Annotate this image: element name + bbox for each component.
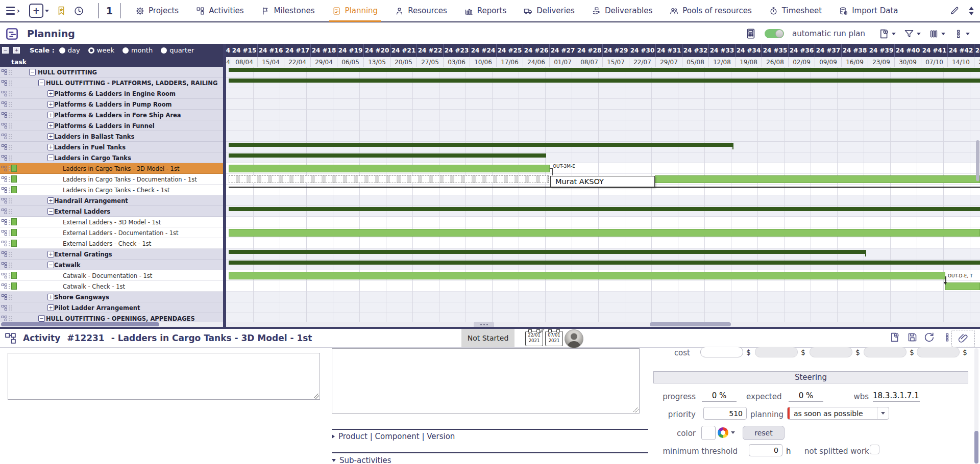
- resize-grip[interactable]: [314, 394, 319, 399]
- more-options-menu[interactable]: [953, 29, 970, 39]
- drag-handle-icon[interactable]: [9, 145, 10, 146]
- task-row[interactable]: +Platforms & Ladders in Pump Room: [0, 99, 223, 110]
- activity-bar[interactable]: [655, 175, 980, 183]
- task-row[interactable]: +Ladders in Fuel Tanks: [0, 142, 223, 152]
- expand-toggle[interactable]: +: [47, 90, 54, 97]
- task-row[interactable]: External Ladders - Documentation - 1st: [0, 227, 223, 238]
- task-row[interactable]: +Platforms & Ladders in Funnel: [0, 120, 223, 131]
- collapse-all-button[interactable]: −: [2, 47, 9, 54]
- scale-option-month[interactable]: month: [122, 46, 153, 54]
- nav-item-milestones[interactable]: Milestones: [261, 0, 315, 22]
- task-row[interactable]: External Ladders - Check - 1st: [0, 238, 223, 249]
- history-icon[interactable]: [74, 6, 84, 16]
- progress-field[interactable]: 0 %: [702, 390, 737, 402]
- drag-handle-icon[interactable]: [9, 284, 10, 285]
- expand-toggle[interactable]: +: [47, 122, 54, 129]
- edit-icon[interactable]: [949, 6, 960, 16]
- create-new-button[interactable]: +: [29, 4, 49, 18]
- add-document-icon[interactable]: [889, 332, 900, 343]
- task-row[interactable]: Catwalk - Documentation - 1st: [0, 270, 223, 281]
- task-row[interactable]: +Ladders in Ballast Tanks: [0, 131, 223, 142]
- task-row[interactable]: Ladders in Cargo Tanks - Check - 1st: [0, 185, 223, 195]
- collapse-toggle[interactable]: −: [29, 69, 36, 75]
- expand-toggle[interactable]: +: [47, 112, 54, 118]
- nav-item-deliverables[interactable]: Deliverables: [592, 0, 652, 22]
- activity-bar[interactable]: [229, 229, 980, 237]
- drag-handle-icon[interactable]: [9, 81, 10, 82]
- nav-item-reports[interactable]: Reports: [464, 0, 507, 22]
- color-wheel-icon[interactable]: [718, 427, 728, 438]
- drag-handle-icon[interactable]: [9, 273, 10, 274]
- save-icon[interactable]: [907, 332, 918, 343]
- attachment-dropzone[interactable]: [951, 330, 975, 347]
- summary-bar[interactable]: [229, 79, 980, 83]
- main-menu-button[interactable]: ›: [6, 7, 20, 15]
- drag-handle-icon[interactable]: [9, 263, 10, 264]
- drag-handle-icon[interactable]: [9, 102, 10, 103]
- scale-option-day[interactable]: day: [59, 46, 80, 54]
- drag-handle-icon[interactable]: [9, 252, 10, 253]
- gantt-scrollbar-thumb[interactable]: [650, 322, 731, 326]
- nav-item-import-data[interactable]: Import Data: [839, 0, 898, 22]
- gantt-vertical-scrollbar-thumb[interactable]: [976, 140, 979, 181]
- nav-item-resources[interactable]: Resources: [395, 0, 447, 22]
- drag-handle-icon[interactable]: [9, 198, 10, 199]
- add-view-menu[interactable]: [878, 29, 896, 39]
- expand-toggle[interactable]: +: [47, 101, 54, 108]
- drag-handle-icon[interactable]: [9, 113, 10, 114]
- select-arrow-button[interactable]: [877, 407, 889, 419]
- summary-bar[interactable]: [229, 261, 980, 265]
- section-product-component-version[interactable]: Product | Component | Version: [332, 432, 455, 441]
- scale-option-week[interactable]: week: [88, 46, 114, 54]
- assignee-avatar[interactable]: [565, 329, 583, 348]
- planning-select[interactable]: as soon as possible: [787, 407, 889, 420]
- expand-toggle[interactable]: +: [47, 197, 54, 204]
- expand-toggle[interactable]: +: [47, 294, 54, 300]
- drag-handle-icon[interactable]: [9, 230, 10, 231]
- summary-bar[interactable]: [229, 153, 546, 158]
- activity-bar[interactable]: [229, 272, 945, 279]
- task-row[interactable]: +Platforms & Ladders in Fore Ship Area: [0, 110, 223, 120]
- cost-input-1[interactable]: [700, 347, 743, 357]
- task-row[interactable]: −HULL OUTFITTING - PLATFORMS, LADDERS, R…: [0, 78, 223, 88]
- start-date-picker[interactable]: 22/01 2021: [525, 331, 543, 346]
- collapse-toggle[interactable]: −: [38, 315, 45, 322]
- task-row[interactable]: −External Ladders: [0, 206, 223, 217]
- panel-splitter-handle[interactable]: [474, 322, 494, 327]
- nav-item-planning[interactable]: Planning: [332, 0, 378, 22]
- drag-handle-icon[interactable]: [9, 177, 10, 178]
- expand-toggle[interactable]: +: [47, 133, 54, 140]
- drag-handle-icon[interactable]: [9, 220, 10, 221]
- task-row[interactable]: −Ladders in Cargo Tanks: [0, 152, 223, 163]
- collapse-toggle[interactable]: −: [47, 262, 54, 268]
- priority-input[interactable]: 510: [703, 407, 747, 420]
- nav-item-pools-of-resources[interactable]: Pools of resources: [670, 0, 752, 22]
- expand-all-button[interactable]: +: [13, 47, 20, 54]
- nav-item-projects[interactable]: Projects: [136, 0, 179, 22]
- chevron-down-icon[interactable]: [731, 431, 735, 434]
- expand-toggle[interactable]: +: [47, 304, 54, 311]
- drag-handle-icon[interactable]: [9, 70, 10, 71]
- description-textarea[interactable]: [332, 348, 640, 414]
- drag-handle-icon[interactable]: [9, 295, 10, 296]
- planned-bar[interactable]: [229, 175, 549, 183]
- filter-menu[interactable]: [904, 29, 921, 39]
- end-date-picker[interactable]: 07/01 2021: [545, 331, 563, 346]
- task-row[interactable]: +External Gratings: [0, 249, 223, 260]
- reset-button[interactable]: reset: [743, 426, 785, 440]
- kebab-menu-icon[interactable]: [942, 332, 952, 342]
- nav-item-timesheet[interactable]: Timesheet: [769, 0, 822, 22]
- task-row[interactable]: Catwalk - Check - 1st: [0, 281, 223, 292]
- nav-item-deliveries[interactable]: Deliveries: [524, 0, 575, 22]
- drag-handle-icon[interactable]: [9, 209, 10, 210]
- summary-bar[interactable]: [229, 250, 866, 254]
- task-row[interactable]: Ladders in Cargo Tanks - 3D Model - 1st: [0, 163, 223, 174]
- summary-bar[interactable]: [229, 68, 980, 72]
- drag-handle-icon[interactable]: [9, 241, 10, 242]
- refresh-icon[interactable]: [923, 332, 935, 343]
- drag-handle-icon[interactable]: [9, 91, 10, 92]
- bookmark-icon[interactable]: [56, 6, 66, 16]
- collapse-expand-control[interactable]: [969, 7, 974, 15]
- task-row[interactable]: −Catwalk: [0, 260, 223, 270]
- minimum-threshold-input[interactable]: 0: [749, 444, 782, 456]
